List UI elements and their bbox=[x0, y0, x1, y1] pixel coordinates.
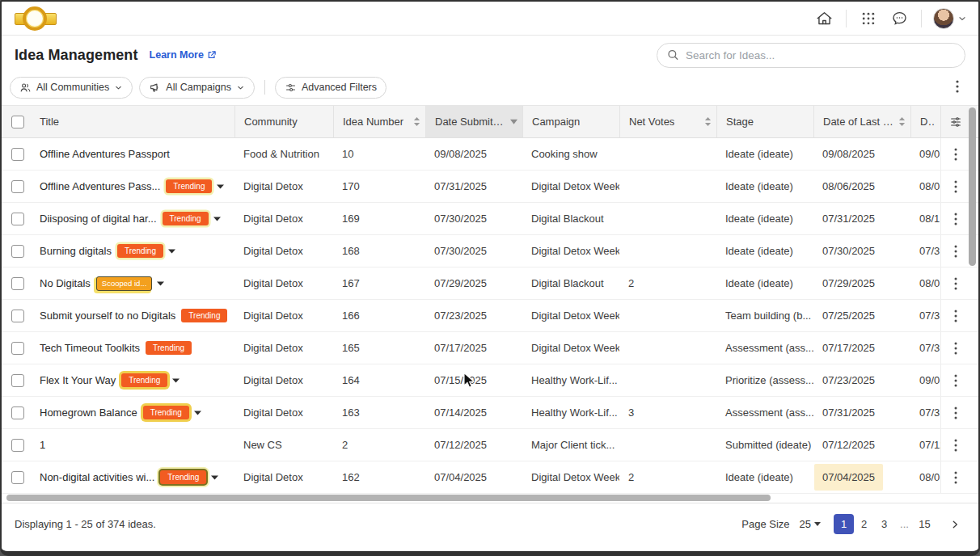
badge-caret-icon[interactable] bbox=[211, 475, 218, 480]
column-header-date[interactable]: Date bbox=[910, 106, 940, 137]
vertical-scrollbar-thumb[interactable] bbox=[969, 107, 976, 266]
column-header-stage[interactable]: Stage bbox=[716, 106, 813, 137]
row-actions-kebab[interactable] bbox=[940, 429, 970, 461]
cell-title[interactable]: Tech Timeout ToolkitsTrending bbox=[31, 332, 234, 364]
status-badge[interactable]: Trending bbox=[117, 244, 163, 258]
idea-title[interactable]: Non-digital activities wi... bbox=[40, 471, 154, 483]
idea-title[interactable]: Diisposing of digital har... bbox=[40, 213, 157, 225]
idea-title[interactable]: 1 bbox=[40, 439, 45, 451]
row-actions-kebab[interactable] bbox=[940, 300, 970, 331]
row-checkbox[interactable] bbox=[11, 374, 24, 387]
table-row[interactable]: Flex It Your WayTrendingDigital Detox164… bbox=[2, 364, 978, 397]
badge-caret-icon[interactable] bbox=[213, 217, 221, 221]
row-kebab-icon[interactable] bbox=[954, 277, 957, 290]
column-header-net-votes[interactable]: Net Votes bbox=[619, 106, 716, 137]
column-header-community[interactable]: Community bbox=[234, 106, 333, 137]
cell-title[interactable]: Flex It Your WayTrending bbox=[31, 364, 234, 396]
campaigns-filter-button[interactable]: All Campaigns bbox=[139, 77, 255, 99]
idea-title[interactable]: Burning digitals bbox=[40, 245, 112, 257]
page-button-1[interactable]: 1 bbox=[834, 514, 854, 534]
app-logo-icon[interactable] bbox=[15, 6, 57, 31]
row-actions-kebab[interactable] bbox=[940, 332, 970, 364]
page-size-select[interactable]: 25 bbox=[800, 518, 821, 530]
status-badge[interactable]: Trending bbox=[143, 406, 189, 419]
advanced-filters-button[interactable]: Advanced Filters bbox=[275, 77, 387, 99]
badge-caret-icon[interactable] bbox=[168, 249, 175, 254]
user-menu-button[interactable] bbox=[930, 6, 970, 31]
cell-title[interactable]: Homegrown BalanceTrending bbox=[31, 397, 234, 428]
row-actions-kebab[interactable] bbox=[940, 364, 970, 396]
row-kebab-icon[interactable] bbox=[954, 245, 957, 258]
cell-title[interactable]: 1 bbox=[31, 429, 234, 461]
table-row[interactable]: Offline Adventures Pass...TrendingDigita… bbox=[2, 171, 978, 203]
vertical-scrollbar[interactable] bbox=[969, 107, 976, 556]
cell-title[interactable]: Offline Adventures Pass...Trending bbox=[31, 171, 234, 202]
row-actions-kebab[interactable] bbox=[940, 203, 970, 234]
row-checkbox[interactable] bbox=[11, 342, 24, 355]
status-badge[interactable]: Scooped id... bbox=[96, 276, 152, 291]
page-button-15[interactable]: 15 bbox=[915, 514, 935, 534]
row-checkbox[interactable] bbox=[11, 277, 24, 290]
column-settings-icon[interactable] bbox=[940, 106, 970, 137]
table-row[interactable]: No DigitalsScooped id...Digital Detox167… bbox=[2, 267, 978, 300]
row-actions-kebab[interactable] bbox=[940, 171, 970, 202]
badge-caret-icon[interactable] bbox=[172, 378, 180, 383]
cell-title[interactable]: Burning digitalsTrending bbox=[31, 235, 234, 267]
table-row[interactable]: Burning digitalsTrendingDigital Detox168… bbox=[2, 235, 978, 267]
communities-filter-button[interactable]: All Communities bbox=[10, 77, 133, 99]
row-actions-kebab[interactable] bbox=[940, 461, 970, 493]
status-badge[interactable]: Trending bbox=[146, 341, 192, 355]
cell-title[interactable]: Submit yourself to no DigitalsTrending bbox=[31, 300, 234, 331]
row-kebab-icon[interactable] bbox=[954, 342, 957, 355]
idea-title[interactable]: Homegrown Balance bbox=[40, 406, 137, 419]
table-row[interactable]: Diisposing of digital har...TrendingDigi… bbox=[2, 203, 978, 235]
learn-more-link[interactable]: Learn More bbox=[150, 49, 217, 61]
badge-caret-icon[interactable] bbox=[157, 281, 164, 286]
row-actions-kebab[interactable] bbox=[940, 138, 970, 170]
row-checkbox[interactable] bbox=[11, 406, 24, 419]
idea-title[interactable]: Tech Timeout Toolkits bbox=[40, 342, 140, 354]
row-actions-kebab[interactable] bbox=[940, 397, 970, 428]
cell-title[interactable]: No DigitalsScooped id... bbox=[31, 267, 234, 299]
row-checkbox[interactable] bbox=[11, 148, 24, 161]
apps-grid-icon[interactable] bbox=[855, 6, 882, 31]
row-kebab-icon[interactable] bbox=[954, 213, 957, 225]
row-kebab-icon[interactable] bbox=[954, 180, 957, 193]
row-checkbox[interactable] bbox=[11, 471, 24, 484]
status-badge[interactable]: Trending bbox=[166, 179, 212, 193]
status-badge[interactable]: Trending bbox=[121, 373, 167, 387]
idea-title[interactable]: Offline Adventures Pass... bbox=[40, 180, 160, 192]
cell-title[interactable]: Offline Adventures Passport bbox=[31, 138, 234, 170]
status-badge[interactable]: Trending bbox=[181, 309, 227, 322]
row-kebab-icon[interactable] bbox=[954, 148, 957, 161]
horizontal-scrollbar[interactable] bbox=[2, 494, 978, 503]
status-badge[interactable]: Trending bbox=[163, 212, 209, 225]
column-header-idea-number[interactable]: Idea Number bbox=[333, 106, 425, 137]
row-checkbox[interactable] bbox=[11, 180, 24, 193]
cell-title[interactable]: Diisposing of digital har...Trending bbox=[31, 203, 234, 234]
chat-icon[interactable] bbox=[885, 6, 913, 31]
idea-title[interactable]: No Digitals bbox=[40, 277, 91, 289]
cell-title[interactable]: Non-digital activities wi...Trending bbox=[31, 461, 234, 493]
table-row[interactable]: Submit yourself to no DigitalsTrendingDi… bbox=[2, 300, 978, 332]
row-checkbox[interactable] bbox=[11, 213, 24, 225]
badge-caret-icon[interactable] bbox=[217, 184, 224, 189]
column-header-date-submitted[interactable]: Date Submitted bbox=[425, 106, 522, 137]
table-row[interactable]: Homegrown BalanceTrendingDigital Detox16… bbox=[2, 397, 978, 429]
column-header-title[interactable]: Title bbox=[31, 106, 234, 137]
row-kebab-icon[interactable] bbox=[954, 471, 957, 484]
status-badge[interactable]: Trending bbox=[160, 470, 206, 484]
horizontal-scrollbar-thumb[interactable] bbox=[6, 495, 771, 501]
idea-title[interactable]: Submit yourself to no Digitals bbox=[40, 310, 175, 322]
table-options-kebab-icon[interactable] bbox=[949, 77, 965, 99]
column-header-date-of-last-st[interactable]: Date of Last St... bbox=[813, 106, 910, 137]
table-row[interactable]: Tech Timeout ToolkitsTrendingDigital Det… bbox=[2, 332, 978, 364]
row-actions-kebab[interactable] bbox=[940, 235, 970, 267]
row-kebab-icon[interactable] bbox=[954, 374, 957, 387]
idea-title[interactable]: Offline Adventures Passport bbox=[40, 148, 170, 160]
table-row[interactable]: Offline Adventures PassportFood & Nutrit… bbox=[2, 138, 978, 171]
row-checkbox[interactable] bbox=[11, 310, 24, 322]
page-button-2[interactable]: 2 bbox=[854, 514, 874, 534]
table-row[interactable]: Non-digital activities wi...TrendingDigi… bbox=[2, 461, 978, 494]
column-header-campaign[interactable]: Campaign bbox=[522, 106, 619, 137]
